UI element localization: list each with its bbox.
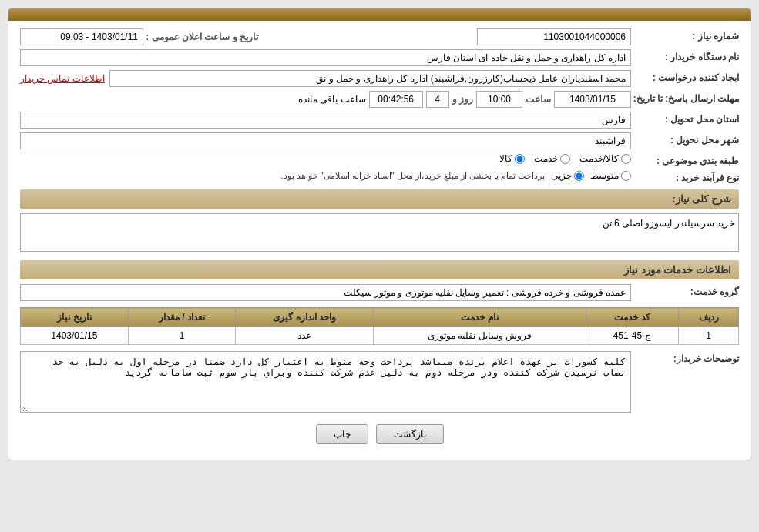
services-section-header: اطلاعات خدمات مورد نیاز: [20, 260, 739, 279]
buyer-notes-label: توضیحات خریدار:: [631, 351, 739, 364]
print-button[interactable]: چاپ: [316, 424, 368, 444]
buyer-org-label: نام دستگاه خریدار :: [631, 49, 739, 62]
province-value: فارس: [20, 112, 631, 129]
city-value: فراشبند: [20, 132, 631, 149]
table-cell-date: 1403/01/15: [21, 327, 129, 345]
response-days: 4: [426, 91, 449, 108]
need-number-value: 1103001044000006: [477, 28, 631, 45]
process-jozi-label: جزیی: [551, 170, 572, 181]
process-label: نوع فرآیند خرید :: [631, 170, 739, 183]
services-table-container: ردیف کد خدمت نام خدمت واحد اندازه گیری ت…: [20, 307, 739, 345]
classification-option-khedmat[interactable]: خدمت: [534, 153, 570, 164]
page-title: [8, 8, 751, 21]
buyer-notes-textarea[interactable]: [20, 351, 631, 413]
classification-option-kala[interactable]: کالا: [499, 153, 525, 164]
response-days-label: روز و: [452, 94, 473, 105]
process-motavased-label: متوسط: [590, 170, 619, 181]
process-option-jozi[interactable]: جزیی: [551, 170, 584, 181]
back-button[interactable]: بازگشت: [376, 424, 444, 444]
classification-kala-label: کالا: [499, 153, 512, 164]
table-cell-unit: عدد: [236, 327, 374, 345]
table-cell-name: فروش وسایل نقلیه موتوری: [374, 327, 586, 345]
response-time-label: ساعت: [526, 94, 551, 105]
services-table: ردیف کد خدمت نام خدمت واحد اندازه گیری ت…: [20, 307, 739, 345]
response-deadline-label: مهلت ارسال پاسخ: تا تاریخ:: [631, 91, 739, 104]
creator-value: محمد اسفندیاران عامل ذیحساب(کارزرون,فراش…: [109, 70, 631, 87]
bottom-buttons: بازگشت چاپ: [20, 424, 739, 452]
creator-link[interactable]: اطلاعات تماس خریدار: [20, 73, 105, 84]
announce-value: 1403/01/11 - 09:03: [20, 28, 143, 45]
remaining-time: 00:42:56: [369, 91, 423, 108]
classification-option-kala-khedmat[interactable]: کالا/خدمت: [579, 153, 631, 164]
remaining-label: ساعت باقی مانده: [298, 94, 366, 105]
table-cell-count: 1: [128, 327, 236, 345]
process-option-motavased[interactable]: متوسط: [590, 170, 631, 181]
announce-label: تاریخ و ساعت اعلان عمومی :: [146, 32, 258, 42]
service-group-value: عمده فروشی و خرده فروشی : تعمیر وسایل نق…: [20, 284, 631, 301]
need-number-label: شماره نیاز :: [631, 28, 739, 42]
col-header-row: ردیف: [679, 308, 739, 327]
classification-radio-group: کالا/خدمت خدمت کالا: [20, 153, 631, 164]
classification-kala-khedmat-label: کالا/خدمت: [579, 153, 619, 164]
city-label: شهر محل تحویل :: [631, 132, 739, 146]
table-row: 1ج-45-451فروش وسایل نقلیه موتوریعدد11403…: [21, 327, 739, 345]
col-header-name: نام خدمت: [374, 308, 586, 327]
creator-label: ایجاد کننده درخواست :: [631, 70, 739, 83]
process-note: پرداخت تمام یا بخشی از مبلغ خرید،از محل …: [280, 171, 545, 181]
table-cell-code: ج-45-451: [586, 327, 678, 345]
col-header-count: تعداد / مقدار: [128, 308, 236, 327]
col-header-code: کد خدمت: [586, 308, 678, 327]
response-time: 10:00: [476, 91, 522, 108]
classification-khedmat-label: خدمت: [534, 153, 558, 164]
col-header-date: تاریخ نیاز: [21, 308, 129, 327]
col-header-unit: واحد اندازه گیری: [236, 308, 374, 327]
process-options: متوسط جزیی پرداخت تمام یا بخشی از مبلغ خ…: [20, 170, 631, 181]
buyer-org-value: اداره کل راهداری و حمل و نقل جاده ای است…: [20, 49, 631, 66]
description-textarea[interactable]: [20, 213, 739, 252]
description-section-header: شرح کلی نیاز:: [20, 189, 739, 209]
service-group-label: گروه خدمت:: [631, 284, 739, 297]
table-cell-row: 1: [679, 327, 739, 345]
response-date: 1403/01/15: [554, 91, 631, 108]
province-label: استان محل تحویل :: [631, 112, 739, 125]
description-label: شرح کلی نیاز:: [672, 193, 731, 205]
classification-label: طبقه بندی موضوعی :: [631, 153, 739, 166]
